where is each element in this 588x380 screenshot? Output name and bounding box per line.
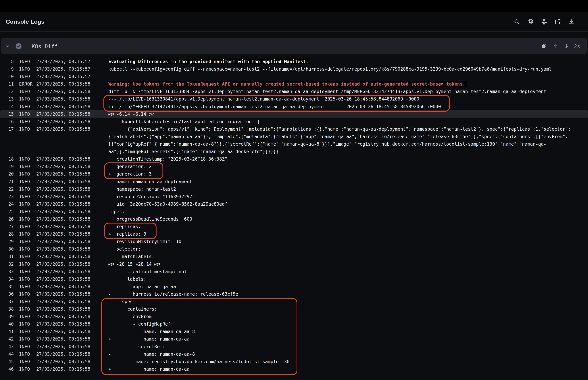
log-level: INFO — [19, 298, 36, 305]
log-message: matchLabels: — [108, 253, 588, 260]
log-level: INFO — [19, 103, 36, 110]
log-timestamp — [36, 148, 108, 155]
log-level: INFO — [19, 208, 36, 215]
log-row: 8 INFO 27/03/2025, 00:15:57 Evaluating D… — [0, 58, 588, 65]
line-number: 16 — [0, 118, 14, 125]
download-icon[interactable] — [568, 18, 575, 25]
line-number: 29 — [0, 238, 14, 245]
log-timestamp: 27/03/2025, 00:15:58 — [36, 155, 108, 163]
log-row: 26 INFO 27/03/2025, 00:15:58 progressDea… — [0, 215, 588, 223]
log-timestamp: 27/03/2025, 00:15:58 — [36, 185, 108, 193]
line-number: 9 — [0, 65, 14, 73]
log-timestamp: 27/03/2025, 00:15:58 — [36, 350, 108, 358]
log-timestamp: 27/03/2025, 00:15:57 — [36, 73, 108, 80]
log-timestamp: 27/03/2025, 00:15:57 — [36, 58, 108, 65]
log-level: INFO — [19, 170, 36, 178]
line-number: 37 — [0, 298, 14, 305]
log-row: 18 INFO 27/03/2025, 00:15:58 creationTim… — [0, 155, 588, 163]
log-row: 37 INFO 27/03/2025, 00:15:58 spec: — [0, 298, 588, 305]
log-timestamp: 27/03/2025, 00:15:58 — [36, 193, 108, 200]
log-level: INFO — [19, 65, 36, 73]
scroll-down-icon[interactable] — [563, 43, 570, 50]
log-message: uid: 3a20dc70-53a0-4989-8562-8aa29ac80ed… — [108, 200, 588, 208]
log-timestamp: 27/03/2025, 00:15:58 — [36, 268, 108, 275]
log-level: INFO — [19, 73, 36, 80]
scroll-up-icon[interactable] — [552, 43, 559, 50]
log-row: 46 INFO 27/03/2025, 00:15:58 + name: nam… — [0, 365, 588, 373]
line-number: 12 — [0, 88, 14, 95]
line-number: 43 — [0, 343, 14, 350]
search-icon[interactable] — [513, 18, 521, 25]
chevron-down-icon[interactable] — [4, 42, 11, 50]
log-level: INFO — [19, 230, 36, 238]
line-number: 42 — [0, 335, 14, 343]
log-timestamp: 27/03/2025, 00:15:58 — [36, 118, 108, 125]
log-message: revisionHistoryLimit: 10 — [108, 238, 588, 245]
log-message: - image: registry.hub.docker.com/harness… — [108, 358, 588, 365]
log-row: 34 INFO 27/03/2025, 00:15:58 labels: — [0, 275, 588, 283]
log-level: INFO — [19, 58, 36, 65]
window-top-strip — [0, 0, 588, 12]
log-level: INFO — [19, 95, 36, 103]
line-number: 10 — [0, 73, 14, 80]
log-timestamp: 27/03/2025, 00:15:58 — [36, 215, 108, 223]
line-number: 36 — [0, 290, 14, 298]
log-message: spec: — [108, 208, 588, 215]
log-row: 33 INFO 27/03/2025, 00:15:58 creationTim… — [0, 268, 588, 275]
log-level: ERROR — [19, 80, 36, 88]
log-timestamp: 27/03/2025, 00:15:58 — [36, 230, 108, 238]
log-row: 42 INFO 27/03/2025, 00:15:58 + name: nam… — [0, 335, 588, 343]
line-number — [0, 140, 14, 148]
step-section-header-k8s-diff[interactable]: K8s Diff 2s — [1, 38, 587, 55]
log-rows-container[interactable]: 8 INFO 27/03/2025, 00:15:57 Evaluating D… — [0, 58, 588, 373]
log-message: kubectl.kubernetes.io/last-applied-confi… — [108, 118, 588, 125]
log-level: INFO — [19, 320, 36, 328]
line-number: 14 — [0, 103, 14, 110]
log-timestamp: 27/03/2025, 00:15:58 — [36, 88, 108, 95]
settings-gear-icon[interactable] — [527, 18, 534, 25]
log-row: 27 INFO 27/03/2025, 00:15:58 - replicas:… — [0, 223, 588, 230]
log-level: INFO — [19, 290, 36, 298]
line-number: 27 — [0, 223, 14, 230]
log-level: INFO — [19, 350, 36, 358]
log-row: 39 INFO 27/03/2025, 00:15:58 - envFrom: — [0, 313, 588, 320]
log-message: + replicas: 3 — [108, 230, 588, 238]
log-level: INFO — [19, 343, 36, 350]
line-number: 28 — [0, 230, 14, 238]
log-level — [19, 148, 36, 155]
log-row: 28 INFO 27/03/2025, 00:15:58 + replicas:… — [0, 230, 588, 238]
log-timestamp: 27/03/2025, 00:15:58 — [36, 245, 108, 253]
line-number: 38 — [0, 305, 14, 313]
log-row: 9 INFO 27/03/2025, 00:15:57 kubectl --ku… — [0, 65, 588, 73]
log-row: 21 INFO 27/03/2025, 00:15:58 name: naman… — [0, 178, 588, 185]
log-message: + name: naman-qa-aa — [108, 335, 588, 343]
line-number: 39 — [0, 313, 14, 320]
log-timestamp: 27/03/2025, 00:15:58 — [36, 200, 108, 208]
log-level: INFO — [19, 305, 36, 313]
log-message: kubectl --kubeconfig=config diff --names… — [108, 65, 588, 73]
log-message: +++ /tmp/MERGED-3214274413/apps.v1.Deplo… — [108, 103, 588, 110]
line-number: 8 — [0, 58, 14, 65]
log-message: - harness.io/release-name: release-63cf5… — [108, 290, 588, 298]
log-level: INFO — [19, 110, 36, 118]
log-timestamp: 27/03/2025, 00:15:58 — [36, 298, 108, 305]
log-level — [19, 133, 36, 140]
log-message: {"apiVersion":"apps/v1","kind":"Deployme… — [108, 125, 588, 133]
log-level: INFO — [19, 365, 36, 373]
collapse-icon[interactable] — [540, 18, 548, 25]
log-row: 23 INFO 27/03/2025, 00:15:58 resourceVer… — [0, 193, 588, 200]
line-number: 18 — [0, 155, 14, 163]
header-toolbar — [513, 18, 575, 25]
log-message: - configMapRef: — [108, 320, 588, 328]
open-in-new-window-icon[interactable] — [554, 18, 561, 25]
log-row: 12 INFO 27/03/2025, 00:15:58 diff -u -N … — [0, 88, 588, 95]
log-row: [{"configMapRef":{"name":"naman-qa-aa-8"… — [0, 140, 588, 148]
log-timestamp: 27/03/2025, 00:15:58 — [36, 125, 108, 133]
line-number: 26 — [0, 215, 14, 223]
line-number: 24 — [0, 200, 14, 208]
log-level: INFO — [19, 125, 36, 133]
log-level: INFO — [19, 335, 36, 343]
copy-icon[interactable] — [541, 43, 547, 50]
log-row: 17 INFO 27/03/2025, 00:15:58 {"apiVersio… — [0, 125, 588, 133]
log-level: INFO — [19, 163, 36, 170]
